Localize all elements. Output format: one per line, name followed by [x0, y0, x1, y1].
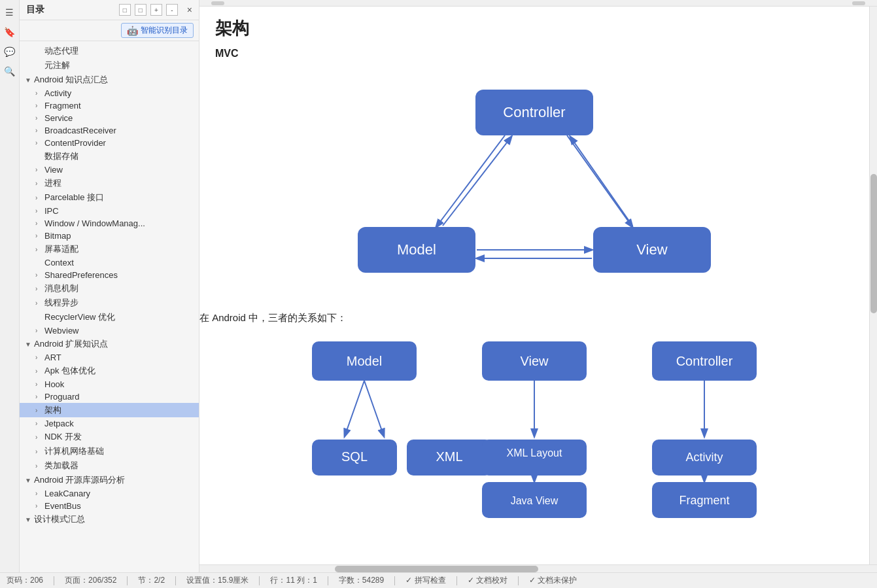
scrollbar-thumb-h[interactable]: [335, 566, 538, 572]
sidebar-item-bitmap[interactable]: › Bitmap: [20, 230, 199, 242]
sidebar-item-sharedprefs[interactable]: › SharedPreferences: [20, 269, 199, 281]
collapse-arrow: ›: [35, 166, 44, 173]
tree-item-label: BroadcastReceiver: [44, 126, 116, 135]
search-icon[interactable]: 🔍: [3, 64, 17, 78]
sidebar-item-hook[interactable]: › Hook: [20, 378, 199, 390]
sidebar-item-context[interactable]: Context: [20, 256, 199, 269]
indent-spacer: [25, 138, 35, 148]
sidebar-item-apk[interactable]: › Apk 包体优化: [20, 364, 199, 378]
tree-item-label: Bitmap: [44, 231, 71, 241]
sidebar-close-button[interactable]: ×: [187, 5, 192, 15]
sidebar-item-art[interactable]: › ART: [20, 351, 199, 364]
sidebar-add-icon[interactable]: +: [150, 4, 162, 16]
indent-spacer: [25, 366, 35, 376]
collapse-arrow: ›: [35, 90, 44, 97]
svg-text:XML Layout: XML Layout: [507, 447, 562, 458]
tree-item-label: Context: [44, 258, 74, 268]
indent-spacer: [25, 313, 35, 322]
sidebar-item-jetpack[interactable]: › Jetpack: [20, 417, 199, 430]
collapse-arrow: ›: [35, 368, 44, 375]
main-content[interactable]: 架构 MVC Controller Model: [199, 7, 869, 564]
tree-item-label: 进程: [44, 177, 61, 189]
sidebar-remove-icon[interactable]: -: [166, 4, 178, 16]
tree-item-label: Android 知识点汇总: [34, 74, 108, 86]
sidebar-item-ndk[interactable]: › NDK 开发: [20, 430, 199, 444]
sidebar-item-eventbus[interactable]: › EventBus: [20, 500, 199, 512]
sidebar-item-classloader[interactable]: › 类加载器: [20, 458, 199, 473]
doc-check[interactable]: ✓ 文档校对: [468, 575, 507, 586]
row-col: 行：11 列：1: [270, 575, 317, 586]
list-item[interactable]: 动态代理: [20, 44, 199, 58]
indent-spacer: [25, 61, 35, 71]
sidebar-item-activity[interactable]: › Activity: [20, 87, 199, 99]
sidebar: 目录 □ □ + - × 🤖 智能识别目录: [20, 0, 199, 572]
horizontal-scrollbar[interactable]: [199, 564, 877, 572]
sidebar-item-window[interactable]: › Window / WindowManag...: [20, 217, 199, 230]
sidebar-item-designpattern[interactable]: ▼ 设计模式汇总: [20, 512, 199, 527]
tree-item-label: 元注解: [44, 60, 70, 71]
sidebar-item-network[interactable]: › 计算机网络基础: [20, 444, 199, 458]
comment-icon[interactable]: 💬: [3, 44, 17, 59]
tree-item-label: 类加载器: [44, 460, 78, 472]
sidebar-item-broadcast[interactable]: › BroadcastReceiver: [20, 124, 199, 137]
list-item[interactable]: ▼ Android 知识点汇总: [20, 73, 199, 87]
sidebar-item-process[interactable]: › 进程: [20, 176, 199, 190]
sidebar-item-view[interactable]: › View: [20, 164, 199, 176]
sidebar-item-datastorage[interactable]: 数据存储: [20, 149, 199, 164]
svg-text:Controller: Controller: [503, 104, 565, 120]
sidebar-item-fragment[interactable]: › Fragment: [20, 99, 199, 112]
indent-spacer: [25, 379, 35, 389]
collapse-arrow: ›: [35, 490, 44, 497]
svg-line-18: [345, 381, 364, 436]
indent-spacer: [25, 461, 35, 471]
sidebar-item-contentprovider[interactable]: › ContentProvider: [20, 137, 199, 149]
sidebar-item-proguard[interactable]: › Proguard: [20, 390, 199, 403]
doc-protection[interactable]: ✓ 文档未保护: [529, 575, 577, 586]
indent-spacer: [25, 113, 35, 123]
status-divider: [54, 576, 54, 585]
scrollbar-thumb-right[interactable]: [852, 1, 865, 5]
tree-item-label: Proguard: [44, 392, 79, 402]
svg-text:Activity: Activity: [685, 451, 723, 464]
hamburger-icon[interactable]: ☰: [3, 5, 17, 20]
vertical-scrollbar[interactable]: [869, 7, 877, 564]
indent-spacer: [25, 193, 35, 203]
bookmark-icon[interactable]: 🔖: [3, 25, 17, 39]
expand-arrow: ▼: [25, 516, 34, 523]
sidebar-item-opensource[interactable]: ▼ Android 开源库源码分析: [20, 473, 199, 487]
sidebar-expand-icon[interactable]: □: [135, 4, 146, 16]
ai-recognize-button[interactable]: 🤖 智能识别目录: [121, 23, 194, 38]
section: 节：2/2: [138, 575, 165, 586]
sidebar-item-thread[interactable]: › 线程异步: [20, 296, 199, 310]
list-item[interactable]: 元注解: [20, 58, 199, 73]
indent-spacer: [25, 126, 35, 135]
sidebar-item-architecture[interactable]: › 架构: [20, 403, 199, 417]
content-with-scrollbar: 架构 MVC Controller Model: [199, 7, 877, 564]
sidebar-item-webview[interactable]: › Webview: [20, 324, 199, 337]
collapse-arrow: ›: [35, 207, 44, 215]
sidebar-item-leakcanary[interactable]: › LeakCanary: [20, 487, 199, 500]
indent-spacer: [25, 165, 35, 175]
collapse-arrow: ›: [35, 220, 44, 227]
indent-spacer: [25, 179, 35, 188]
collapse-arrow: ›: [35, 462, 44, 470]
sidebar-item-message[interactable]: › 消息机制: [20, 281, 199, 296]
ai-button-label: 智能识别目录: [141, 25, 188, 36]
spelling-check[interactable]: ✓ 拼写检查: [405, 575, 445, 586]
sidebar-item-android-ext[interactable]: ▼ Android 扩展知识点: [20, 337, 199, 351]
sidebar-item-recyclerview[interactable]: RecyclerView 优化: [20, 310, 199, 324]
sidebar-item-parcelable[interactable]: › Parcelable 接口: [20, 190, 199, 205]
expand-arrow: ▼: [25, 341, 34, 348]
indent-spacer: [25, 406, 35, 415]
scrollbar-thumb-v[interactable]: [870, 174, 877, 313]
status-divider: [127, 576, 128, 585]
indent-spacer: [25, 489, 35, 498]
sidebar-item-service[interactable]: › Service: [20, 112, 199, 124]
tree-item-label: 线程异步: [44, 297, 78, 309]
sidebar-item-screen[interactable]: › 屏幕适配: [20, 242, 199, 256]
tree-item-label: Webview: [44, 326, 79, 336]
sidebar-collapse-icon[interactable]: □: [119, 4, 131, 16]
scrollbar-thumb[interactable]: [211, 1, 224, 5]
status-divider: [328, 576, 328, 585]
sidebar-item-ipc[interactable]: › IPC: [20, 205, 199, 217]
